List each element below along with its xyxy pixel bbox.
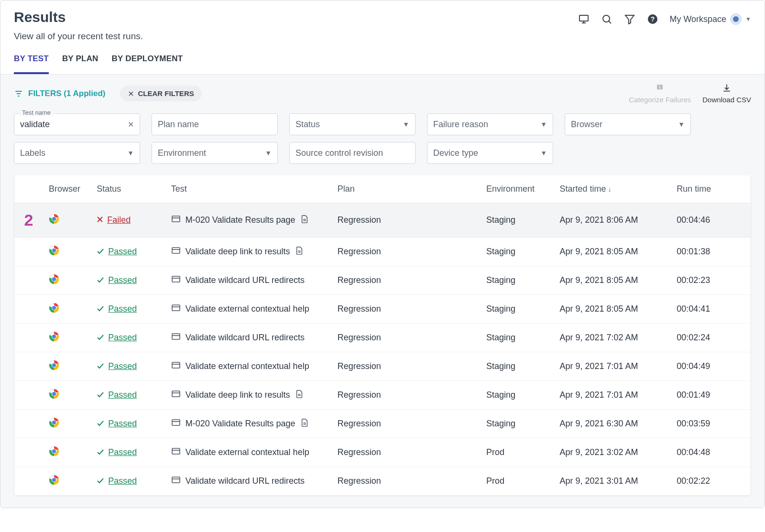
status-link[interactable]: Passed <box>108 419 137 429</box>
status-link[interactable]: Passed <box>108 333 137 343</box>
plan-cell: Regression <box>332 238 481 266</box>
filters-label-text: FILTERS (1 Applied) <box>28 89 106 98</box>
plan-cell: Regression <box>332 352 481 381</box>
table-row[interactable]: 2FailedM-020 Validate Results pageRegres… <box>14 203 751 238</box>
check-icon <box>97 390 104 400</box>
status-link[interactable]: Passed <box>108 476 137 486</box>
workspace-label: My Workspace <box>669 14 726 24</box>
filter-icon[interactable] <box>623 13 636 25</box>
window-icon <box>171 214 181 226</box>
run-time-cell: 00:03:59 <box>671 410 751 438</box>
run-time-cell: 00:04:48 <box>671 438 751 467</box>
filters-toggle[interactable]: FILTERS (1 Applied) <box>14 89 106 98</box>
help-icon[interactable]: ? <box>646 13 659 25</box>
source-revision-input[interactable]: Source control revision <box>289 142 415 164</box>
browser-select[interactable]: Browser ▼ <box>565 113 691 135</box>
chevron-down-icon: ▼ <box>403 120 409 128</box>
status-placeholder: Status <box>295 119 320 130</box>
table-row[interactable]: PassedValidate wildcard URL redirectsReg… <box>14 324 751 352</box>
col-test[interactable]: Test <box>165 175 332 203</box>
status-link[interactable]: Passed <box>108 447 137 457</box>
col-environment[interactable]: Environment <box>481 175 554 203</box>
status-link[interactable]: Passed <box>108 304 137 314</box>
svg-rect-14 <box>659 86 660 88</box>
source-revision-placeholder: Source control revision <box>295 148 383 158</box>
labels-select[interactable]: Labels ▼ <box>14 142 140 164</box>
avatar-icon <box>730 13 742 25</box>
status-link[interactable]: Passed <box>108 275 137 285</box>
table-row[interactable]: PassedValidate external contextual helpR… <box>14 352 751 381</box>
status-link[interactable]: Passed <box>108 390 137 400</box>
search-icon[interactable] <box>601 13 613 25</box>
check-icon <box>97 419 104 429</box>
clear-filters-button[interactable]: CLEAR FILTERS <box>120 86 202 101</box>
table-row[interactable]: PassedValidate external contextual helpR… <box>14 438 751 467</box>
test-name: Validate deep link to results <box>186 247 290 257</box>
monitor-icon[interactable] <box>578 13 590 25</box>
col-run-time[interactable]: Run time <box>671 175 751 203</box>
window-icon <box>171 246 181 258</box>
workspace-switcher[interactable]: My Workspace ▼ <box>669 13 751 25</box>
table-row[interactable]: PassedValidate external contextual helpR… <box>14 295 751 324</box>
window-icon <box>171 446 181 458</box>
started-time-cell: Apr 9, 2021 7:02 AM <box>554 324 671 352</box>
environment-cell: Staging <box>481 266 554 295</box>
test-name-input[interactable]: Test name validate ✕ <box>14 113 140 135</box>
tab-by-deployment[interactable]: BY DEPLOYMENT <box>112 54 183 74</box>
categorize-failures-label: Categorize Failures <box>629 96 691 104</box>
run-time-cell: 00:04:46 <box>671 203 751 238</box>
table-row[interactable]: PassedValidate wildcard URL redirectsReg… <box>14 467 751 496</box>
svg-line-4 <box>609 21 611 23</box>
status-select[interactable]: Status ▼ <box>289 113 415 135</box>
status-link[interactable]: Passed <box>108 361 137 371</box>
table-row[interactable]: PassedM-020 Validate Results pageRegress… <box>14 410 751 438</box>
test-name: Validate wildcard URL redirects <box>186 333 305 343</box>
environment-select[interactable]: Environment ▼ <box>152 142 278 164</box>
failure-reason-placeholder: Failure reason <box>433 119 488 130</box>
page-subtitle: View all of your recent test runs. <box>14 31 143 42</box>
plan-cell: Regression <box>332 438 481 467</box>
test-name: M-020 Validate Results page <box>186 215 295 225</box>
categorize-failures-button[interactable]: Categorize Failures <box>629 83 691 104</box>
col-started-time[interactable]: Started time↓ <box>554 175 671 203</box>
started-time-cell: Apr 9, 2021 3:01 AM <box>554 467 671 496</box>
page-header: Results View all of your recent test run… <box>0 0 765 42</box>
plan-name-select[interactable]: Plan name <box>152 113 278 135</box>
chrome-icon <box>49 274 59 284</box>
plan-cell: Regression <box>332 410 481 438</box>
chevron-down-icon: ▼ <box>540 120 547 128</box>
started-time-cell: Apr 9, 2021 7:01 AM <box>554 352 671 381</box>
test-name-value: validate <box>20 119 50 130</box>
started-time-cell: Apr 9, 2021 8:06 AM <box>554 203 671 238</box>
device-type-select[interactable]: Device type ▼ <box>427 142 553 164</box>
chrome-icon <box>49 214 59 224</box>
svg-text:?: ? <box>651 15 655 23</box>
status-link[interactable]: Failed <box>107 215 131 225</box>
download-csv-button[interactable]: Download CSV <box>702 83 751 104</box>
environment-cell: Staging <box>481 203 554 238</box>
tab-by-test[interactable]: BY TEST <box>14 54 49 74</box>
run-time-cell: 00:02:24 <box>671 324 751 352</box>
plan-cell: Regression <box>332 381 481 410</box>
test-name: Validate wildcard URL redirects <box>186 275 305 285</box>
test-name: Validate external contextual help <box>186 361 309 371</box>
col-browser[interactable]: Browser <box>43 175 91 203</box>
svg-rect-0 <box>579 15 588 21</box>
table-row[interactable]: PassedValidate deep link to resultsRegre… <box>14 381 751 410</box>
col-status[interactable]: Status <box>91 175 165 203</box>
run-time-cell: 00:01:49 <box>671 381 751 410</box>
col-plan[interactable]: Plan <box>332 175 481 203</box>
clear-test-name-icon[interactable]: ✕ <box>128 120 134 129</box>
plan-cell: Regression <box>332 324 481 352</box>
tab-by-plan[interactable]: BY PLAN <box>62 54 98 74</box>
chrome-icon <box>49 446 59 456</box>
table-row[interactable]: PassedValidate wildcard URL redirectsReg… <box>14 266 751 295</box>
svg-marker-5 <box>625 15 634 24</box>
view-tabs: BY TESTBY PLANBY DEPLOYMENT <box>0 42 765 75</box>
check-icon <box>97 361 104 371</box>
filters-toolbar: FILTERS (1 Applied) CLEAR FILTERS Catego… <box>0 75 765 508</box>
failure-reason-select[interactable]: Failure reason ▼ <box>427 113 553 135</box>
table-row[interactable]: PassedValidate deep link to resultsRegre… <box>14 238 751 266</box>
started-time-cell: Apr 9, 2021 3:02 AM <box>554 438 671 467</box>
status-link[interactable]: Passed <box>108 247 137 257</box>
